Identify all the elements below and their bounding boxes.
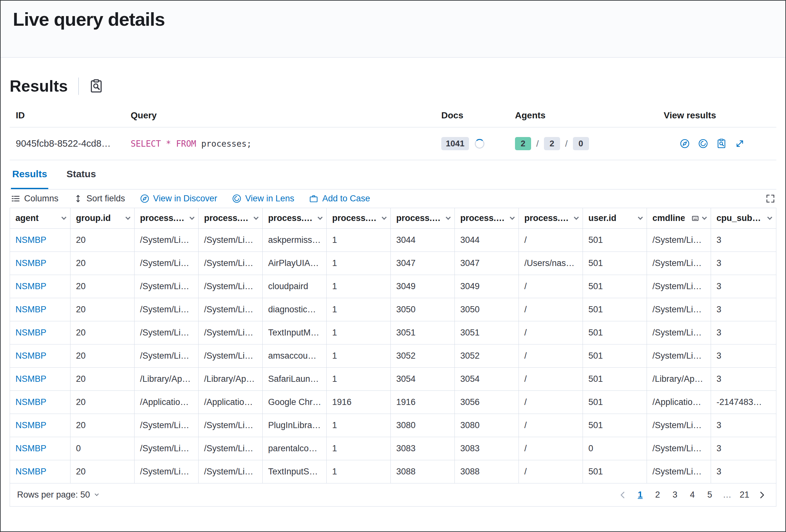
pagination-page-2[interactable]: 2 — [650, 488, 665, 502]
cell-process-6: 3080 — [455, 414, 519, 437]
cell-process-5: 3049 — [391, 275, 455, 298]
pagination-page-4[interactable]: 4 — [685, 488, 699, 502]
cell-agent[interactable]: NSMBP — [10, 252, 70, 275]
view-in-lens-link[interactable]: View in Lens — [232, 194, 295, 203]
table-row: NSMBP20/System/Li…/System/Li…diagnostic…… — [10, 298, 776, 321]
grid-header-group-id[interactable]: group.id — [70, 208, 135, 229]
cell-process-7: / — [519, 321, 583, 344]
grid-header-label: cmdline — [652, 213, 685, 223]
cell-process-5: 3083 — [391, 437, 455, 460]
column-actions-icon[interactable] — [691, 214, 699, 223]
docs-count-badge: 1041 — [441, 137, 469, 150]
open-in-new-icon — [735, 139, 745, 149]
grid-header-process-5[interactable]: process.… — [391, 208, 455, 229]
grid-header-process-4[interactable]: process.… — [327, 208, 391, 229]
query-summary-table: ID Query Docs Agents View results 9045fc… — [10, 110, 776, 160]
cell-agent[interactable]: NSMBP — [10, 414, 70, 437]
cell-process-7: / — [519, 391, 583, 414]
cell-process-6: 3044 — [455, 229, 519, 252]
cell-cmdline: /System/Li… — [647, 275, 711, 298]
grid-header-label: process.… — [204, 213, 248, 223]
cell-agent[interactable]: NSMBP — [10, 298, 70, 321]
grid-header-user-id[interactable]: user.id — [583, 208, 647, 229]
open-results-button[interactable] — [735, 139, 745, 149]
cell-agent[interactable]: NSMBP — [10, 460, 70, 483]
cell-process-4: 1 — [327, 344, 391, 368]
fullscreen-button[interactable] — [766, 194, 775, 203]
pagination-page-1[interactable]: 1 — [633, 488, 647, 502]
cell-agent[interactable]: NSMBP — [10, 368, 70, 391]
pagination-next-button[interactable] — [755, 488, 769, 502]
cell-process-7: / — [519, 414, 583, 437]
cell-process-4: 1 — [327, 321, 391, 344]
cell-user-id: 501 — [583, 414, 647, 437]
cell-group-id: 20 — [70, 414, 135, 437]
pagination-pages: 12345…21 — [633, 488, 752, 502]
grid-header-cpu-subtype[interactable]: cpu_sub… — [711, 208, 776, 229]
discover-icon — [680, 139, 690, 149]
table-row: NSMBP20/System/Li…/System/Li…askpermiss…… — [10, 229, 776, 252]
sort-fields-button[interactable]: Sort fields — [73, 194, 125, 203]
cell-process-3: cloudpaird — [263, 275, 327, 298]
content: Results ID Query Docs Agents View result… — [1, 77, 785, 507]
cell-process-2: /System/Li… — [199, 344, 263, 368]
cell-process-2: /System/Li… — [199, 437, 263, 460]
chevron-down-icon — [62, 215, 67, 220]
grid-header-label: process.… — [332, 213, 376, 223]
inspect-results-button[interactable] — [716, 139, 726, 149]
cell-group-id: 20 — [70, 252, 135, 275]
cell-process-4: 1 — [327, 229, 391, 252]
grid-header-process-3[interactable]: process.… — [263, 208, 327, 229]
pagination-page-5[interactable]: 5 — [703, 488, 717, 502]
cell-process-4: 1 — [327, 414, 391, 437]
cell-process-3: TextInputM… — [263, 321, 327, 344]
rows-per-page-button[interactable]: Rows per page: 50 — [17, 490, 98, 500]
chevron-right-icon — [757, 490, 766, 500]
tab-results[interactable]: Results — [11, 160, 48, 189]
grid-header-row: agent group.id process.… process.… proce — [10, 208, 776, 229]
view-in-lens-button[interactable] — [698, 139, 708, 149]
view-in-discover-button[interactable] — [680, 139, 690, 149]
grid-header-process-1[interactable]: process.… — [135, 208, 199, 229]
cell-cpu-subtype: 3 — [711, 344, 776, 368]
cell-agent[interactable]: NSMBP — [10, 391, 70, 414]
columns-button[interactable]: Columns — [11, 194, 59, 203]
grid-toolbar: Columns Sort fields View in Discover — [10, 190, 776, 208]
chevron-down-icon — [702, 215, 707, 220]
pagination-page-3[interactable]: 3 — [668, 488, 682, 502]
chevron-down-icon — [767, 215, 772, 220]
cell-process-4: 1 — [327, 252, 391, 275]
cell-process-7: / — [519, 298, 583, 321]
cell-agent[interactable]: NSMBP — [10, 344, 70, 368]
cell-agent[interactable]: NSMBP — [10, 321, 70, 344]
grid-header-label: process.… — [524, 213, 568, 223]
cell-process-6: 3054 — [455, 368, 519, 391]
cell-process-4: 1 — [327, 275, 391, 298]
cell-agent[interactable]: NSMBP — [10, 229, 70, 252]
cell-process-6: 3051 — [455, 321, 519, 344]
tab-status[interactable]: Status — [65, 160, 97, 189]
cell-cpu-subtype: 3 — [711, 321, 776, 344]
cell-process-2: /System/Li… — [199, 460, 263, 483]
grid-header-process-2[interactable]: process.… — [199, 208, 263, 229]
grid-header-process-7[interactable]: process.… — [519, 208, 583, 229]
inspect-button[interactable] — [89, 79, 103, 93]
cell-process-3: parentalco… — [263, 437, 327, 460]
cell-process-2: /Applicatio… — [199, 391, 263, 414]
tab-label: Status — [66, 169, 96, 179]
add-to-case-link[interactable]: Add to Case — [309, 194, 370, 203]
grid-header-agent[interactable]: agent — [10, 208, 70, 229]
pagination-page-21[interactable]: 21 — [737, 488, 752, 502]
cell-agent[interactable]: NSMBP — [10, 437, 70, 460]
view-in-discover-link[interactable]: View in Discover — [140, 194, 217, 203]
pagination-prev-button[interactable] — [616, 488, 630, 502]
chevron-down-icon — [318, 215, 323, 220]
cell-process-5: 3052 — [391, 344, 455, 368]
cell-process-3: askpermiss… — [263, 229, 327, 252]
cell-group-id: 20 — [70, 229, 135, 252]
cell-process-2: /System/Li… — [199, 275, 263, 298]
grid-header-process-6[interactable]: process.… — [455, 208, 519, 229]
cell-cpu-subtype: 3 — [711, 298, 776, 321]
cell-agent[interactable]: NSMBP — [10, 275, 70, 298]
grid-header-cmdline[interactable]: cmdline — [647, 208, 711, 229]
